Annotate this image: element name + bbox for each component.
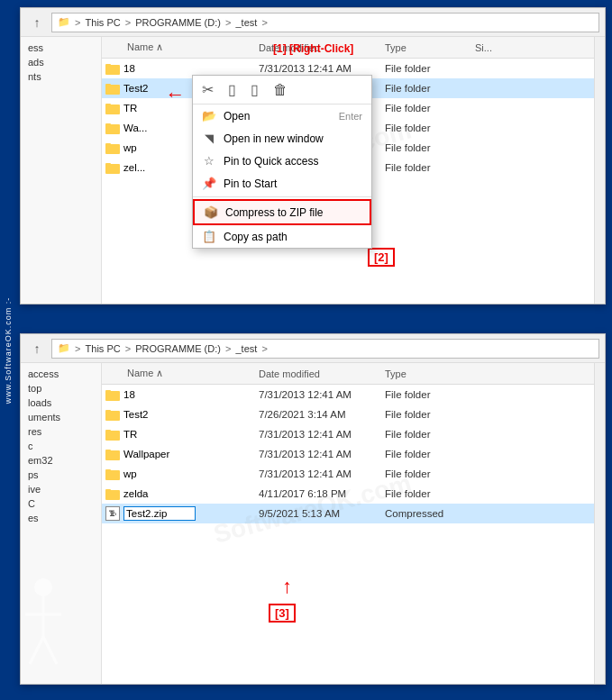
- bottom-file-list: Name ∧ Date modified Type 18 7/31/2013 1…: [102, 363, 594, 684]
- ctx-icon-row: ✂ ▯ ▯ 🗑: [193, 76, 371, 105]
- top-scrollbar[interactable]: [594, 37, 605, 304]
- address-folder-icon: 📁: [58, 16, 70, 28]
- address-folder: _test: [236, 17, 258, 28]
- ctx-open[interactable]: 📂 Open Enter: [193, 105, 371, 127]
- bottom-file-row-18[interactable]: 18 7/31/2013 12:41 AM File folder: [102, 385, 594, 405]
- ctx-open-new-label: Open in new window: [224, 132, 362, 145]
- ctx-open-key: Enter: [339, 111, 362, 122]
- ctx-zip-label: Compress to ZIP file: [225, 206, 361, 219]
- bottom-explorer-body: access top loads uments res c em32 ps iv…: [21, 363, 605, 684]
- svg-rect-1: [105, 64, 111, 67]
- ctx-pin-start[interactable]: 📌 Pin to Start: [193, 172, 371, 195]
- ctx-cut-icon[interactable]: ✂: [202, 81, 214, 98]
- bottom-col-name-header[interactable]: Name ∧: [105, 368, 259, 379]
- bottom-folder-icon-wp: [105, 468, 120, 480]
- bottom-address-folder: _test: [236, 343, 258, 354]
- folder-icon-wp: [105, 141, 120, 154]
- ctx-pin-start-label: Pin to Start: [224, 177, 362, 190]
- svg-rect-19: [105, 450, 111, 452]
- ctx-paste-icon[interactable]: ▯: [251, 81, 259, 98]
- bottom-toolbar: ↑ 📁 > This PC > PROGRAMME (D:) > _test >: [21, 334, 605, 363]
- annotation-2-label: [2]: [368, 248, 395, 267]
- col-type-header[interactable]: Type: [385, 42, 475, 53]
- col-size-header[interactable]: Si...: [475, 42, 529, 53]
- ctx-pin-quick-icon: ☆: [202, 154, 216, 168]
- svg-rect-15: [105, 410, 111, 413]
- bottom-sidebar-c[interactable]: c: [21, 439, 101, 453]
- arrow-to-test2: →: [165, 84, 185, 107]
- bottom-folder-icon-test2: [105, 408, 120, 421]
- ctx-zip-icon: 📦: [204, 205, 218, 219]
- rename-input-zip[interactable]: [123, 506, 196, 521]
- top-explorer-panel: SoftwareOK.com ↑ 📁 > This PC > PROGRAMME…: [20, 7, 606, 305]
- bottom-address-bar[interactable]: 📁 > This PC > PROGRAMME (D:) > _test >: [51, 339, 599, 359]
- bottom-back-button[interactable]: ↑: [26, 338, 48, 359]
- bottom-col-date-header[interactable]: Date modified: [259, 368, 385, 379]
- svg-rect-3: [105, 84, 111, 86]
- bottom-scrollbar[interactable]: [594, 363, 605, 684]
- bottom-sidebar-access[interactable]: access: [21, 367, 101, 381]
- annotation-3-label: [3]: [269, 604, 296, 623]
- back-button[interactable]: ↑: [26, 12, 48, 33]
- bottom-sidebar-top[interactable]: top: [21, 381, 101, 395]
- bottom-sidebar-ive[interactable]: ive: [21, 482, 101, 496]
- ctx-open-icon: 📂: [202, 109, 216, 123]
- folder-icon-18: [105, 62, 120, 75]
- bottom-sidebar-em32[interactable]: em32: [21, 453, 101, 468]
- bottom-col-header: Name ∧ Date modified Type: [102, 363, 594, 385]
- svg-line-28: [43, 637, 57, 664]
- folder-icon-wallpaper: [105, 122, 120, 134]
- ctx-open-new-window[interactable]: ◥ Open in new window: [193, 127, 371, 150]
- bottom-file-row-tr[interactable]: TR 7/31/2013 12:41 AM File folder: [102, 424, 594, 444]
- bottom-sidebar-uments[interactable]: uments: [21, 410, 101, 424]
- bottom-folder-icon-18: [105, 388, 120, 401]
- folder-icon-test2: [105, 82, 120, 95]
- bottom-file-row-zelda[interactable]: zelda 4/11/2017 6:18 PM File folder: [102, 484, 594, 504]
- bottom-sidebar-res[interactable]: res: [21, 424, 101, 439]
- ctx-pin-start-icon: 📌: [202, 177, 216, 190]
- main-content: SoftwareOK.com ↑ 📁 > This PC > PROGRAMME…: [16, 0, 612, 700]
- address-drive: PROGRAMME (D:): [135, 17, 221, 28]
- svg-rect-9: [105, 143, 111, 146]
- folder-icon-zelda: [105, 161, 120, 174]
- bottom-address-folder-icon: 📁: [58, 342, 70, 354]
- mascot-svg: [16, 574, 70, 682]
- ctx-compress-zip[interactable]: 📦 Compress to ZIP file: [193, 199, 371, 225]
- svg-rect-7: [105, 123, 111, 126]
- ctx-delete-icon[interactable]: 🗑: [273, 82, 288, 98]
- bottom-folder-icon-zelda: [105, 487, 120, 500]
- svg-line-27: [30, 637, 43, 664]
- bottom-file-row-wp[interactable]: wp 7/31/2013 12:41 AM File folder: [102, 464, 594, 484]
- ctx-copy-path[interactable]: 📋 Copy as path: [193, 225, 371, 248]
- bottom-file-row-test2zip[interactable]: 🗜 9/5/2021 5:13 AM Compressed: [102, 504, 594, 523]
- folder-icon-tr: [105, 102, 120, 114]
- bottom-col-type-header[interactable]: Type: [385, 368, 475, 379]
- ctx-pin-quick-label: Pin to Quick access: [224, 155, 362, 168]
- ctx-copy-icon[interactable]: ▯: [228, 81, 236, 98]
- zip-file-icon: 🗜: [105, 506, 120, 521]
- top-address-bar[interactable]: 📁 > This PC > PROGRAMME (D:) > _test >: [51, 13, 599, 32]
- bottom-address-pc: This PC: [86, 343, 121, 354]
- svg-rect-5: [105, 104, 111, 106]
- ctx-copy-path-label: Copy as path: [224, 231, 362, 243]
- bottom-file-row-wallpaper[interactable]: Wallpaper 7/31/2013 12:41 AM File folder: [102, 444, 594, 464]
- bottom-sidebar-loads[interactable]: loads: [21, 395, 101, 410]
- bottom-address-drive: PROGRAMME (D:): [135, 343, 221, 354]
- col-name-header[interactable]: Name ∧: [105, 41, 259, 53]
- top-explorer-body: ess ads nts Name ∧ Date modified Type Si…: [21, 37, 605, 304]
- arrow-to-zip: ↑: [282, 575, 292, 598]
- bottom-folder-icon-wallpaper: [105, 448, 120, 460]
- mascot-area: [16, 574, 88, 700]
- top-toolbar: ↑ 📁 > This PC > PROGRAMME (D:) > _test >: [21, 8, 605, 37]
- svg-rect-23: [105, 489, 111, 492]
- top-sidebar: ess ads nts: [21, 37, 102, 304]
- bottom-sidebar-ps[interactable]: ps: [21, 468, 101, 482]
- bottom-file-row-test2[interactable]: Test2 7/26/2021 3:14 AM File folder: [102, 405, 594, 424]
- bottom-sidebar-C[interactable]: C: [21, 496, 101, 511]
- ctx-pin-quick[interactable]: ☆ Pin to Quick access: [193, 150, 371, 172]
- sidebar-item-2[interactable]: nts: [21, 69, 101, 84]
- sidebar-item-0[interactable]: ess: [21, 41, 101, 55]
- bottom-sidebar-es[interactable]: es: [21, 511, 101, 525]
- sidebar-item-1[interactable]: ads: [21, 55, 101, 69]
- svg-rect-13: [105, 390, 111, 393]
